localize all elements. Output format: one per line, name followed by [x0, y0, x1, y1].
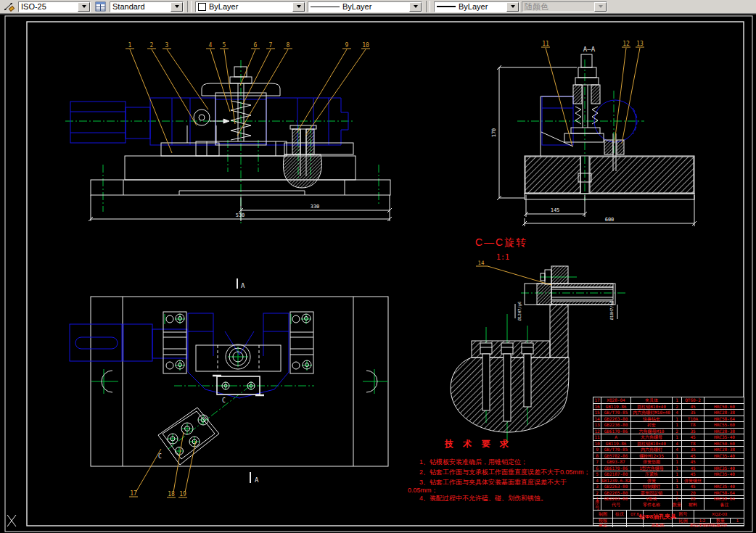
bom-cell: 9: [593, 447, 601, 453]
bom-cell: 2: [672, 404, 681, 410]
bom-cell: GB119-86: [601, 404, 630, 410]
parts-list-table: 17XQ28-04夹具体1QT60-216GB119-86圆柱销B10×4024…: [593, 397, 744, 526]
lineweight-control-combo[interactable]: ByLayer: [434, 1, 519, 12]
bom-cell: HRC35-40: [704, 453, 744, 459]
balloon-6: 6: [254, 42, 258, 49]
bom-row: 7GB93-87弹簧垫圈145: [593, 458, 744, 465]
front-dim-530: 530: [236, 212, 245, 218]
bom-cell: GB93-87: [601, 459, 630, 465]
organization: 单位学校93机械1班: [672, 523, 744, 527]
bom-cell: HRC50-60: [704, 441, 744, 447]
color-swatch: [198, 3, 206, 11]
bom-row: 12GB6170-86六角螺母M10235HRC28-38: [593, 428, 744, 434]
bom-cell: 弹簧钢丝: [681, 478, 704, 484]
balloon-18: 18: [168, 491, 175, 497]
balloon-13: 13: [636, 41, 644, 47]
bom-cell: 内六角螺钉: [630, 447, 672, 453]
front-view: 1 2 3 4 5 6 7 8 9 10 330 530: [65, 42, 392, 223]
dim-style-combo[interactable]: ISO-25: [18, 1, 91, 12]
balloon-3: 3: [165, 42, 169, 49]
bom-header-material: 材料: [681, 499, 704, 510]
plan-centerlines: [91, 314, 388, 455]
bom-header-code: 代号: [601, 499, 630, 510]
plot-style-value: 随颜色: [522, 2, 594, 12]
bom-cell: QT60-2: [681, 397, 704, 403]
bom-row: 15GB/T70-85内六角螺钉M10×40435HRC28-38: [593, 409, 744, 416]
balloon-19: 19: [179, 491, 186, 497]
bom-cell: [704, 459, 744, 465]
bom-cell: 1: [672, 471, 681, 477]
bom-cell: 弹簧垫圈: [630, 459, 672, 465]
bom-row: 2GB2265-80菱形固定销120HRC58-64: [593, 489, 744, 496]
bom-header-qty: 数量: [672, 499, 681, 510]
bom-cell: 菱形固定销: [630, 490, 672, 496]
dim-style-dropdown-arrow[interactable]: [78, 2, 90, 12]
object-properties-toolbar: ISO-25 Standard ByLayer ByLayer: [0, 0, 756, 14]
bom-cell: 特制螺钉: [630, 484, 672, 489]
text-style-dropdown-arrow[interactable]: [170, 2, 183, 12]
bom-row: 16GB119-86圆柱销B10×40245HRC50-60: [593, 403, 744, 410]
bom-cell: GB2187-80: [601, 471, 630, 477]
lineweight-dropdown-arrow[interactable]: [506, 2, 519, 12]
linetype-dropdown-arrow[interactable]: [409, 2, 422, 12]
toolbar-separator: [187, 1, 192, 12]
bom-cell: GB1239.6-82: [601, 478, 630, 484]
color-control-combo[interactable]: ByLayer: [195, 1, 305, 12]
bom-cell: XQ28-04: [601, 397, 630, 403]
tech-req-line-1: 1、钻模板安装准确后，用锥销定位；: [419, 458, 527, 466]
bom-cell: T10A: [681, 416, 704, 422]
bom-cell: GB2265-80: [601, 490, 630, 496]
aa-view-title: A—A: [583, 46, 596, 53]
bom-cell: 1型六角螺母: [630, 466, 672, 471]
bom-cell: GB2263-80: [601, 484, 630, 489]
bom-cell: GB6170-86: [601, 429, 630, 434]
bom-cell: HRC35-40: [704, 434, 744, 440]
bom-row: 17XQ28-04夹具体1QT60-2: [593, 397, 744, 403]
bom-cell: T8: [681, 422, 704, 428]
bom-cell: 1: [672, 459, 681, 465]
bom-cell: GB2236-80: [601, 422, 630, 428]
plan-section-mark-bottom: A: [255, 476, 259, 484]
tech-requirements-title: 技 术 要 求: [445, 438, 512, 450]
bom-rows: 17XQ28-04夹具体1QT60-216GB119-86圆柱销B10×4024…: [593, 397, 744, 498]
bom-cell: 4: [593, 478, 601, 484]
balloon-5: 5: [223, 42, 226, 49]
bom-cell: 16: [593, 404, 601, 410]
section-aa-view: A—A 11 12 13 170 145 600: [491, 41, 697, 226]
lineweight-sample-icon: [437, 6, 456, 7]
drawing-type: 装配图: [643, 523, 672, 527]
aa-dim-145: 145: [551, 207, 560, 213]
cc-fit-right: Ø18H7/n6: [609, 301, 614, 321]
bom-cell: 7: [593, 459, 601, 465]
bom-cell: 压紧铁: [630, 471, 672, 477]
bom-cell: 圆柱销B10×40: [630, 441, 672, 447]
bom-cell: [704, 478, 744, 484]
bom-cell: 8: [593, 453, 601, 459]
balloon-11: 11: [542, 41, 549, 47]
cc-leader: [476, 266, 551, 285]
front-balloon-labels: 1 2 3 4 5 6 7 8 9 10: [128, 42, 369, 49]
text-style-icon[interactable]: [93, 1, 107, 12]
bom-header-no: 序号: [593, 499, 601, 510]
bom-cell: 11: [593, 434, 601, 440]
linetype-control-combo[interactable]: ByLayer: [308, 1, 422, 12]
dim-style-value: ISO-25: [19, 2, 78, 12]
color-dropdown-arrow[interactable]: [292, 2, 305, 12]
bom-cell: 45: [681, 471, 704, 477]
bom-cell: 35: [681, 429, 704, 434]
bom-row: 13GB2236-80衬套1T8HRC55-60: [593, 421, 744, 428]
bom-cell: GB/T70-85: [601, 447, 630, 453]
balloon-10: 10: [362, 42, 369, 49]
text-style-combo[interactable]: Standard: [110, 1, 184, 12]
balloon-2: 2: [150, 42, 154, 49]
bom-cell: 5: [593, 471, 601, 477]
bom-cell: 17: [593, 397, 601, 403]
dim-style-icon[interactable]: [1, 1, 16, 12]
drawing-canvas[interactable]: 1 2 3 4 5 6 7 8 9 10 330 530: [0, 15, 756, 533]
tech-req-line-3: 3、钻套工作面与夹具体安装基面垂直度误差不大于: [419, 479, 567, 486]
title-block: 制图 徐庆 07.6 钻Φ8油孔夹具 图号 XQZ-03 校核 比例 1:2 数…: [593, 510, 744, 527]
bom-row: 11A大六角螺母145HRC35-40: [593, 434, 744, 440]
bom-cell: 2: [593, 490, 601, 496]
plan-view: A A C C 17 18 19: [70, 278, 388, 497]
bom-cell: HRC28-38: [704, 410, 744, 416]
